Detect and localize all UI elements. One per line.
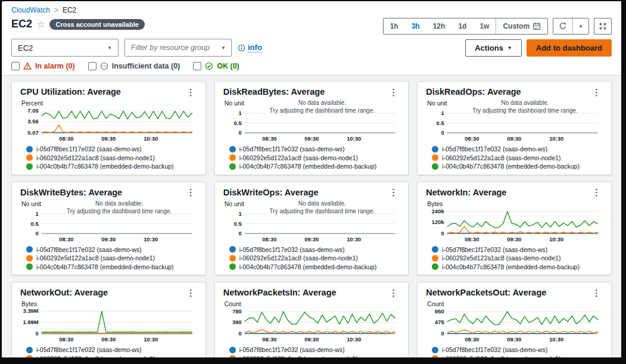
time-range-1d-button[interactable]: 1d: [451, 18, 473, 34]
breadcrumb-cloudwatch-link[interactable]: CloudWatch: [11, 6, 50, 14]
alarm-filter-checkbox[interactable]: [88, 62, 96, 70]
breadcrumb-separator: >: [54, 6, 58, 14]
legend-item[interactable]: i-060292e5d122a1ac8 (saas-demo-node1): [229, 154, 400, 163]
refresh-button[interactable]: [553, 18, 572, 34]
legend-color-dot: [229, 246, 236, 253]
metric-card: CPU Utilization: Average ⋮ Percent 0.073…: [11, 81, 206, 175]
legend-item[interactable]: i-060292e5d122a1ac8 (saas-demo-node1): [229, 254, 400, 263]
legend-color-dot: [229, 263, 236, 270]
page-title: EC2: [11, 18, 32, 30]
info-link[interactable]: info: [238, 43, 262, 52]
actions-button[interactable]: Actions ▼: [465, 39, 522, 57]
alarm-filter-label: OK (0): [217, 62, 239, 70]
legend-item[interactable]: i-05d7f8bec1f17e032 (saas-demo-ws): [229, 145, 400, 154]
legend-color-dot: [229, 146, 236, 153]
legend-item[interactable]: i-05d7f8bec1f17e032 (saas-demo-ws): [432, 346, 603, 354]
x-tick-label: 09:30: [304, 135, 319, 142]
legend-item[interactable]: i-004c0b4b77c863478 (embedded-demo-backu…: [26, 162, 197, 171]
legend-item[interactable]: i-060292e5d122a1ac8 (saas-demo-node1): [26, 154, 197, 163]
chart-area: Percent 0.073.567.0508:3009:3010:30: [20, 99, 197, 144]
legend-item[interactable]: i-060292e5d122a1ac8 (saas-demo-node1): [432, 254, 603, 263]
favorite-star-icon[interactable]: ☆: [37, 20, 45, 29]
legend-item[interactable]: i-004c0b4b77c863478 (embedded-demo-backu…: [432, 263, 603, 272]
ellipsis-menu-icon[interactable]: ⋮: [387, 188, 400, 197]
legend-item[interactable]: i-05d7f8bec1f17e032 (saas-demo-ws): [229, 245, 400, 254]
legend-color-dot: [432, 263, 438, 270]
chart-area: No unit No data available. Try adjusting…: [223, 99, 400, 144]
y-axis-unit-label: Percent: [21, 99, 197, 107]
page-header: CloudWatch>EC2 EC2 ☆ Cross account unava…: [2, 1, 621, 76]
legend-item[interactable]: i-060292e5d122a1ac8 (saas-demo-node1): [26, 254, 197, 263]
refresh-options-button[interactable]: ▼: [572, 18, 588, 34]
chart-title: DiskWriteOps: Average: [223, 188, 319, 197]
legend-label: i-004c0b4b77c863478 (embedded-demo-backu…: [239, 263, 377, 270]
y-tick-label: 1: [238, 110, 241, 116]
insufficient-data-icon: [100, 62, 108, 70]
legend-label: i-05d7f8bec1f17e032 (saas-demo-ws): [442, 145, 547, 153]
time-range-3h-button[interactable]: 3h: [405, 18, 426, 34]
add-to-dashboard-button[interactable]: Add to dashboard: [527, 39, 612, 57]
legend-item[interactable]: i-05d7f8bec1f17e032 (saas-demo-ws): [432, 145, 603, 154]
y-tick-label: 0: [238, 229, 241, 236]
x-tick-label: 10:30: [347, 235, 361, 242]
no-data-line2: Try adjusting the dashboard time range.: [270, 207, 375, 215]
chart-plot[interactable]: 039078008:3009:3010:30: [223, 307, 400, 344]
ellipsis-menu-icon[interactable]: ⋮: [387, 288, 400, 297]
chart-plot[interactable]: 01.69M3.39M08:3009:3010:30: [20, 307, 197, 344]
time-range-1h-button[interactable]: 1h: [384, 18, 405, 34]
ellipsis-menu-icon[interactable]: ⋮: [185, 188, 197, 197]
legend-item[interactable]: i-060292e5d122a1ac8 (saas-demo-node1): [26, 354, 197, 363]
legend-item[interactable]: i-060292e5d122a1ac8 (saas-demo-node1): [432, 154, 603, 163]
chevron-down-icon[interactable]: ▼: [221, 45, 231, 51]
legend-item[interactable]: i-060292e5d122a1ac8 (saas-demo-node1): [432, 354, 603, 363]
legend-color-dot: [26, 355, 33, 362]
alarm-filter-checkbox[interactable]: [11, 62, 20, 70]
legend-item[interactable]: i-004c0b4b77c863478 (embedded-demo-backu…: [26, 263, 197, 272]
legend-label: i-05d7f8bec1f17e032 (saas-demo-ws): [36, 346, 142, 353]
ellipsis-menu-icon[interactable]: ⋮: [185, 88, 197, 97]
legend-item[interactable]: i-05d7f8bec1f17e032 (saas-demo-ws): [26, 245, 197, 254]
ellipsis-menu-icon[interactable]: ⋮: [590, 288, 603, 297]
time-range-custom-button[interactable]: Custom: [496, 18, 547, 34]
y-tick-label: 0.5: [31, 220, 39, 226]
ellipsis-menu-icon[interactable]: ⋮: [590, 88, 603, 97]
alarm-filter-checkbox[interactable]: [193, 62, 201, 70]
legend-item[interactable]: i-05d7f8bec1f17e032 (saas-demo-ws): [26, 346, 197, 354]
legend-label: i-060292e5d122a1ac8 (saas-demo-node1): [442, 154, 560, 161]
ellipsis-menu-icon[interactable]: ⋮: [590, 188, 603, 197]
fullscreen-button[interactable]: [594, 18, 612, 35]
legend-item[interactable]: i-004c0b4b77c863478 (embedded-demo-backu…: [432, 162, 603, 171]
legend-item[interactable]: i-05d7f8bec1f17e032 (saas-demo-ws): [432, 245, 603, 254]
time-range-1w-button[interactable]: 1w: [473, 18, 496, 34]
no-data-line2: Try adjusting the dashboard time range.: [67, 207, 172, 215]
x-tick-label: 09:30: [507, 235, 522, 242]
legend-item[interactable]: i-05d7f8bec1f17e032 (saas-demo-ws): [26, 145, 197, 154]
alarm-filter-label: In alarm (0): [35, 62, 75, 70]
legend-item[interactable]: i-004c0b4b77c863478 (embedded-demo-backu…: [229, 263, 400, 272]
legend-item[interactable]: i-004c0b4b77c863478 (embedded-demo-backu…: [229, 162, 400, 171]
legend-label: i-060292e5d122a1ac8 (saas-demo-node1): [36, 355, 155, 362]
metric-card: NetworkPacketsOut: Average ⋮ Count 04759…: [417, 282, 612, 364]
legend-item[interactable]: i-05d7f8bec1f17e032 (saas-demo-ws): [229, 346, 400, 354]
resource-group-filter-input[interactable]: [125, 43, 221, 52]
legend-item[interactable]: i-060292e5d122a1ac8 (saas-demo-node1): [229, 354, 400, 363]
y-tick-label: 390: [232, 319, 242, 325]
legend-color-dot: [432, 255, 438, 262]
ellipsis-menu-icon[interactable]: ⋮: [387, 88, 400, 97]
x-tick-label: 10:30: [549, 235, 563, 242]
ellipsis-menu-icon[interactable]: ⋮: [185, 288, 197, 297]
chart-plot[interactable]: 047595008:3009:3010:30: [426, 307, 603, 344]
refresh-split-button: ▼: [553, 18, 589, 35]
series-line: [42, 311, 192, 332]
x-tick-label: 09:30: [101, 135, 116, 142]
x-tick-label: 10:30: [549, 336, 563, 343]
chart-plot[interactable]: 0.073.567.0508:3009:3010:30: [20, 107, 197, 144]
chart-area: Count 047595008:3009:3010:30: [426, 300, 603, 344]
chart-plot[interactable]: 0120k240k08:3009:3010:30: [426, 207, 603, 244]
chart-title: NetworkIn: Average: [426, 188, 506, 197]
no-data-line1: No data available.: [472, 99, 577, 107]
no-data-message: No data available. Try adjusting the das…: [472, 99, 577, 114]
time-range-12h-button[interactable]: 12h: [426, 18, 452, 34]
y-axis-unit-label: Bytes: [427, 200, 603, 207]
metric-namespace-select[interactable]: EC2 ▼: [11, 39, 119, 57]
